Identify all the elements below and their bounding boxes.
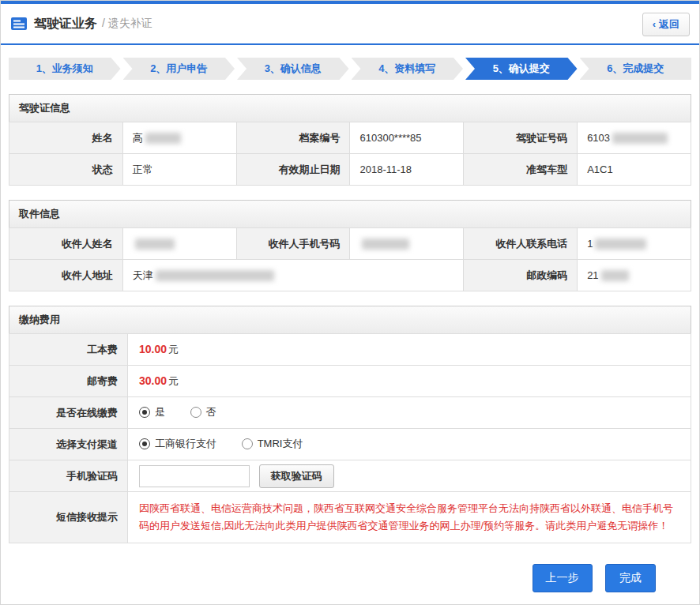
fees-section: 缴纳费用 工本费 10.00元 邮寄费 30.00元 是否在线缴费 是 — [9, 306, 691, 543]
redacted-blur — [601, 270, 629, 281]
table-row: 姓名 高 档案编号 610300****85 驾驶证号码 6103 — [9, 122, 691, 154]
field-value: 2018-11-18 — [350, 154, 464, 186]
table-row: 手机验证码 获取验证码 — [9, 460, 691, 492]
back-button[interactable]: ‹返回 — [642, 13, 690, 36]
field-label: 收件人手机号码 — [236, 228, 350, 260]
table-row: 选择支付渠道 工商银行支付 TMRI支付 — [9, 429, 691, 460]
sms-code-input[interactable] — [139, 465, 250, 487]
online-pay-options: 是 否 — [128, 397, 691, 429]
radio-option-no[interactable]: 否 — [190, 405, 216, 419]
license-info-table: 姓名 高 档案编号 610300****85 驾驶证号码 6103 状态 正常 … — [9, 122, 691, 186]
header: 驾驶证业务 / 遗失补证 ‹返回 — [1, 4, 699, 45]
table-row: 状态 正常 有效期止日期 2018-11-18 准驾车型 A1C1 — [9, 154, 691, 186]
radio-icon[interactable] — [242, 438, 253, 449]
pay-channel-options: 工商银行支付 TMRI支付 — [128, 429, 691, 460]
redacted-blur — [135, 239, 175, 250]
table-row: 工本费 10.00元 — [9, 334, 691, 366]
radio-label: 是 — [155, 405, 165, 419]
radio-label: TMRI支付 — [258, 437, 303, 451]
back-button-label: 返回 — [659, 18, 679, 30]
step-2-user-declaration: 2、用户申告 — [123, 58, 235, 80]
page-subtitle: / 遗失补证 — [102, 17, 152, 31]
table-row: 收件人姓名 收件人手机号码 收件人联系电话 1 — [9, 228, 691, 260]
step-5-confirm-submit: 5、确认提交 — [465, 58, 578, 80]
sms-notice-text: 因陕西省联通、电信运营商技术问题，陕西省互联网交通安全综合服务管理平台无法向持陕… — [139, 500, 679, 535]
field-value: 21 — [578, 260, 691, 291]
pickup-info-table: 收件人姓名 收件人手机号码 收件人联系电话 1 收件人地址 天津 邮政编码 21 — [9, 227, 691, 291]
radio-icon[interactable] — [139, 407, 150, 418]
fee-unit: 元 — [168, 344, 179, 355]
table-row: 收件人地址 天津 邮政编码 21 — [9, 260, 691, 291]
table-row: 是否在线缴费 是 否 — [9, 397, 691, 429]
radio-label: 否 — [206, 405, 216, 419]
field-label: 有效期止日期 — [236, 154, 350, 186]
field-value — [350, 228, 464, 260]
redacted-blur — [595, 239, 646, 250]
field-label: 邮寄费 — [9, 366, 128, 397]
field-value: 10.00元 — [128, 334, 691, 366]
step-nav: 1、业务须知 2、用户申告 3、确认信息 4、资料填写 5、确认提交 6、完成提… — [9, 58, 691, 80]
radio-label: 工商银行支付 — [155, 437, 216, 451]
radio-option-tmri[interactable]: TMRI支付 — [242, 437, 303, 451]
field-label: 收件人联系电话 — [464, 228, 578, 260]
field-value: A1C1 — [578, 154, 691, 186]
license-card-icon — [10, 17, 28, 31]
post-fee-amount: 30.00 — [139, 374, 167, 387]
field-label: 邮政编码 — [464, 260, 578, 291]
field-label: 状态 — [9, 154, 123, 186]
field-label: 收件人姓名 — [9, 228, 123, 260]
field-value: 6103 — [578, 122, 691, 154]
field-value: 1 — [578, 228, 691, 260]
field-label: 选择支付渠道 — [9, 429, 128, 460]
redacted-blur — [156, 270, 274, 281]
redacted-blur — [362, 239, 409, 250]
field-value — [122, 228, 236, 260]
step-6-complete-submit: 6、完成提交 — [580, 58, 692, 80]
fees-table: 工本费 10.00元 邮寄费 30.00元 是否在线缴费 是 否 — [9, 333, 691, 543]
page: 驾驶证业务 / 遗失补证 ‹返回 1、业务须知 2、用户申告 3、确认信息 4、… — [0, 0, 700, 605]
field-label: 准驾车型 — [464, 154, 578, 186]
step-4-fill-data: 4、资料填写 — [352, 58, 464, 80]
back-chevron-icon: ‹ — [653, 18, 656, 30]
redacted-blur — [612, 133, 668, 144]
step-3-confirm-info: 3、确认信息 — [237, 58, 349, 80]
field-value: 正常 — [122, 154, 236, 186]
field-label: 驾驶证号码 — [464, 122, 578, 154]
table-row: 短信接收提示 因陕西省联通、电信运营商技术问题，陕西省互联网交通安全综合服务管理… — [9, 492, 691, 543]
section-title-pickup: 取件信息 — [9, 200, 691, 227]
field-label: 工本费 — [9, 334, 128, 366]
work-fee-amount: 10.00 — [139, 343, 167, 355]
footer-actions: 上一步 完成 — [9, 564, 691, 592]
field-value: 610300****85 — [350, 122, 464, 154]
sms-code-cell: 获取验证码 — [128, 460, 691, 492]
field-label: 收件人地址 — [9, 260, 123, 291]
radio-option-icbc[interactable]: 工商银行支付 — [139, 437, 216, 451]
finish-button[interactable]: 完成 — [605, 564, 656, 592]
field-value: 高 — [122, 122, 236, 154]
section-title-fees: 缴纳费用 — [9, 306, 691, 333]
field-label: 姓名 — [9, 122, 123, 154]
redacted-blur — [145, 133, 181, 144]
get-code-button[interactable]: 获取验证码 — [259, 464, 334, 488]
section-title-license: 驾驶证信息 — [9, 94, 691, 122]
field-label: 手机验证码 — [9, 460, 128, 492]
field-label: 是否在线缴费 — [9, 397, 128, 429]
field-label: 档案编号 — [236, 122, 350, 154]
field-label: 短信接收提示 — [9, 492, 128, 543]
radio-icon[interactable] — [190, 407, 201, 418]
license-info-section: 驾驶证信息 姓名 高 档案编号 610300****85 驾驶证号码 6103 … — [9, 94, 691, 186]
pickup-info-section: 取件信息 收件人姓名 收件人手机号码 收件人联系电话 1 收件人地址 天津 邮政… — [9, 200, 691, 291]
table-row: 邮寄费 30.00元 — [9, 366, 691, 397]
page-title: 驾驶证业务 — [34, 16, 97, 32]
step-1-business-notice: 1、业务须知 — [9, 58, 121, 80]
previous-step-button[interactable]: 上一步 — [533, 564, 593, 592]
sms-notice-cell: 因陕西省联通、电信运营商技术问题，陕西省互联网交通安全综合服务管理平台无法向持陕… — [128, 492, 691, 543]
radio-icon[interactable] — [139, 438, 150, 449]
field-value: 天津 — [122, 260, 463, 291]
fee-unit: 元 — [168, 375, 179, 387]
radio-option-yes[interactable]: 是 — [139, 405, 165, 419]
field-value: 30.00元 — [128, 366, 691, 397]
